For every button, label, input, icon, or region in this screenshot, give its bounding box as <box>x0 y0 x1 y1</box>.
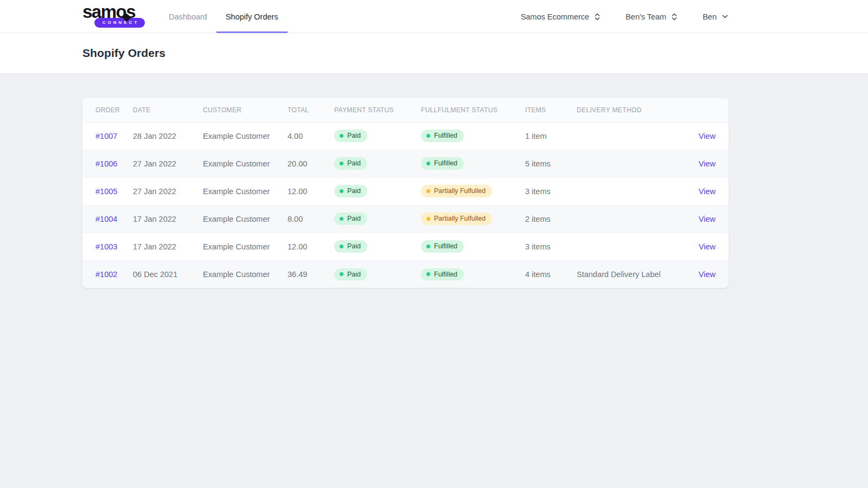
order-customer: Example Customer <box>203 177 288 205</box>
action-cell: View <box>660 177 729 205</box>
order-link[interactable]: #1004 <box>95 215 117 223</box>
column-header-fulfilment-status: FULLFULMENT STATUS <box>421 98 525 122</box>
column-header-items: ITEMS <box>525 98 577 122</box>
status-dot-icon <box>340 245 343 248</box>
payment-status-cell: Paid <box>334 233 421 260</box>
status-dot-icon <box>340 134 343 138</box>
order-total: 20.00 <box>288 150 334 177</box>
order-customer: Example Customer <box>203 233 288 260</box>
fulfilment-status-cell: Fulfilled <box>421 122 525 150</box>
status-dot-icon <box>340 217 343 221</box>
order-total: 12.00 <box>288 233 334 260</box>
fulfilment-status-badge-label: Partially Fulfulled <box>434 188 486 195</box>
action-cell: View <box>660 205 729 233</box>
order-items: 3 items <box>525 233 577 260</box>
page-title: Shopify Orders <box>82 47 165 60</box>
column-header-customer: CUSTOMER <box>203 98 288 122</box>
column-header-delivery-method: DELIVERY METHOD <box>577 98 660 122</box>
organisation-selector-label: Samos Ecommerce <box>521 12 590 21</box>
main-content: ORDER DATE CUSTOMER TOTAL PAYMENT STATUS… <box>0 98 868 288</box>
table-row: #100527 Jan 2022Example Customer12.00Pai… <box>82 177 729 205</box>
status-dot-icon <box>426 217 430 221</box>
payment-status-badge-label: Paid <box>347 188 361 195</box>
order-total: 12.00 <box>288 177 334 205</box>
fulfilment-status-badge-label: Partially Fulfulled <box>434 215 486 222</box>
order-cell: #1006 <box>82 150 133 177</box>
payment-status-cell: Paid <box>334 150 421 177</box>
order-items: 2 items <box>525 205 577 233</box>
view-order-link[interactable]: View <box>699 187 716 196</box>
table-row: #100317 Jan 2022Example Customer12.00Pai… <box>82 233 729 260</box>
view-order-link[interactable]: View <box>699 270 716 279</box>
status-dot-icon <box>426 245 430 248</box>
order-total: 8.00 <box>288 205 334 233</box>
action-cell: View <box>660 150 729 177</box>
table-row: #100627 Jan 2022Example Customer20.00Pai… <box>82 150 729 177</box>
column-header-total: TOTAL <box>288 98 334 122</box>
chevron-down-icon <box>722 13 729 20</box>
unfold-more-icon <box>671 12 678 21</box>
column-header-date: DATE <box>133 98 203 122</box>
order-link[interactable]: #1002 <box>95 270 117 279</box>
logo-connect-badge: CONNECT <box>94 18 145 28</box>
fulfilment-status-badge: Partially Fulfulled <box>421 185 492 197</box>
orders-table-body: #100728 Jan 2022Example Customer4.00Paid… <box>82 122 729 288</box>
fulfilment-status-badge-label: Fulfilled <box>434 271 457 278</box>
view-order-link[interactable]: View <box>699 159 716 168</box>
payment-status-badge: Paid <box>334 157 367 170</box>
delivery-method <box>577 205 660 233</box>
order-date: 17 Jan 2022 <box>133 205 203 233</box>
user-menu[interactable]: Ben <box>703 12 729 21</box>
payment-status-badge: Paid <box>334 268 367 281</box>
action-cell: View <box>660 260 729 288</box>
order-link[interactable]: #1005 <box>95 187 117 196</box>
table-row: #100728 Jan 2022Example Customer4.00Paid… <box>82 122 729 150</box>
order-cell: #1007 <box>82 122 133 150</box>
payment-status-cell: Paid <box>334 260 421 288</box>
samos-connect-logo[interactable]: samos CONNECT <box>82 4 145 29</box>
order-total: 36.49 <box>288 260 334 288</box>
status-dot-icon <box>340 272 343 276</box>
delivery-method: Standard Delivery Label <box>577 260 660 288</box>
order-cell: #1002 <box>82 260 133 288</box>
tab-shopify-orders[interactable]: Shopify Orders <box>216 0 288 33</box>
fulfilment-status-badge: Fulfilled <box>421 268 464 281</box>
orders-table-card: ORDER DATE CUSTOMER TOTAL PAYMENT STATUS… <box>82 98 729 288</box>
fulfilment-status-badge: Fulfilled <box>421 130 464 142</box>
status-dot-icon <box>340 189 343 193</box>
payment-status-badge-label: Paid <box>347 243 361 250</box>
team-selector[interactable]: Ben's Team <box>626 12 678 21</box>
order-items: 4 items <box>525 260 577 288</box>
orders-table-header: ORDER DATE CUSTOMER TOTAL PAYMENT STATUS… <box>82 98 729 122</box>
status-dot-icon <box>426 162 430 165</box>
column-header-order: ORDER <box>82 98 133 122</box>
order-link[interactable]: #1007 <box>95 132 117 140</box>
action-cell: View <box>660 122 729 150</box>
payment-status-cell: Paid <box>334 177 421 205</box>
order-customer: Example Customer <box>203 150 288 177</box>
organisation-selector[interactable]: Samos Ecommerce <box>521 12 601 21</box>
status-dot-icon <box>426 189 430 193</box>
fulfilment-status-cell: Partially Fulfulled <box>421 177 525 205</box>
payment-status-badge: Paid <box>334 213 367 225</box>
payment-status-badge-label: Paid <box>347 132 361 139</box>
order-customer: Example Customer <box>203 205 288 233</box>
primary-nav: Dashboard Shopify Orders <box>159 0 288 33</box>
payment-status-badge: Paid <box>334 130 367 142</box>
order-link[interactable]: #1003 <box>95 242 117 251</box>
delivery-method <box>577 150 660 177</box>
order-customer: Example Customer <box>203 260 288 288</box>
delivery-method <box>577 177 660 205</box>
action-cell: View <box>660 233 729 260</box>
payment-status-badge-label: Paid <box>347 160 361 167</box>
tab-dashboard[interactable]: Dashboard <box>159 0 216 33</box>
top-navigation-bar: samos CONNECT Dashboard Shopify Orders S… <box>0 0 868 33</box>
order-link[interactable]: #1006 <box>95 159 117 168</box>
status-dot-icon <box>340 162 343 165</box>
view-order-link[interactable]: View <box>699 215 716 223</box>
team-selector-label: Ben's Team <box>626 12 666 21</box>
fulfilment-status-badge-label: Fulfilled <box>434 160 457 167</box>
status-dot-icon <box>426 134 430 138</box>
view-order-link[interactable]: View <box>699 242 716 251</box>
view-order-link[interactable]: View <box>699 132 716 140</box>
